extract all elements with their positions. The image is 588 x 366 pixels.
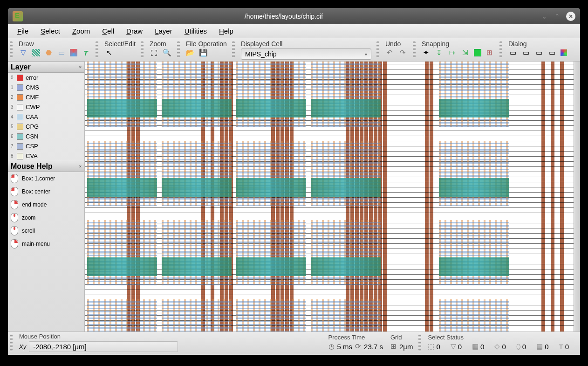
zoom-fit-icon[interactable]: ⛶ [150, 48, 159, 57]
dialog-3-icon[interactable]: ▭ [534, 48, 544, 57]
toolbar-grip[interactable] [376, 41, 379, 58]
zoom-magnify-icon[interactable]: 🔍 [163, 48, 172, 57]
menu-cell[interactable]: Cell [96, 25, 120, 37]
menu-bar: File Select Zoom Cell Draw Layer Utiliti… [8, 24, 580, 38]
toolbar-select-group: Select/Edit ↖ [101, 39, 139, 60]
layer-index: 4 [11, 114, 14, 119]
layer-row[interactable]: 5CPG [8, 122, 84, 131]
displayed-cell-value: MIPS_chip [245, 50, 277, 58]
draw-misc-icon[interactable]: ▭ [57, 48, 66, 57]
layer-index: 3 [11, 104, 14, 110]
snap-2-icon[interactable]: ↧ [435, 48, 444, 57]
snap-6-icon[interactable]: ⊞ [485, 48, 494, 57]
layer-row[interactable]: 1CMS [8, 83, 84, 92]
mousehelp-label: main-menu [22, 241, 50, 247]
snap-5-icon[interactable] [474, 49, 481, 56]
layer-row[interactable]: 3CWP [8, 102, 84, 112]
layer-list: 0error1CMS2CMF3CWP4CAA5CPG6CSN7CSP8CVA [8, 73, 84, 161]
layer-panel-title: Layer × [8, 62, 84, 73]
mousehelp-label: zoom [22, 214, 35, 221]
layer-swatch-icon [17, 143, 23, 150]
mouse-icon [11, 239, 18, 249]
menu-zoom[interactable]: Zoom [67, 25, 96, 37]
toolbar-grip[interactable] [10, 41, 13, 58]
layer-swatch-icon [17, 84, 23, 91]
select-type-icon: ▤ [536, 342, 543, 351]
dialog-4-icon[interactable]: ▭ [547, 48, 557, 57]
main-body: Layer × 0error1CMS2CMF3CWP4CAA5CPG6CSN7C… [8, 62, 580, 331]
toolbar-dialog-group: Dialog ▭ ▭ ▭ ▭ [505, 39, 570, 60]
status-select: Select Status ⬚0▽0▦0◇0⬯0▤0T0 [426, 332, 578, 353]
menu-help[interactable]: Help [213, 25, 239, 37]
status-grip[interactable] [10, 334, 13, 351]
menu-draw[interactable]: Draw [121, 25, 148, 37]
dialog-5-icon[interactable] [561, 49, 567, 56]
snap-3-icon[interactable]: ↦ [448, 48, 457, 57]
file-save-icon[interactable]: 💾 [199, 48, 208, 57]
dialog-1-icon[interactable]: ▭ [508, 48, 518, 57]
snap-1-icon[interactable]: ✦ [422, 48, 431, 57]
layer-name: CSN [26, 133, 38, 140]
select-count: T0 [559, 343, 569, 351]
layer-index: 8 [11, 153, 14, 159]
process-time-value-2: 23.7 s [364, 343, 383, 351]
menu-layer[interactable]: Layer [149, 25, 178, 37]
mousehelp-panel-close-icon[interactable]: × [79, 164, 82, 169]
mouse-icon [11, 226, 18, 235]
layer-index: 7 [11, 144, 14, 149]
close-button[interactable]: × [566, 12, 575, 21]
layer-row[interactable]: 0error [8, 73, 84, 83]
menu-file[interactable]: File [12, 25, 34, 37]
redo-icon[interactable]: ↷ [398, 48, 408, 57]
status-bar: Mouse Position Xy -2080,-2180 [µm] Proce… [8, 331, 580, 355]
menu-select[interactable]: Select [35, 25, 66, 37]
snap-4-icon[interactable]: ⇲ [461, 48, 470, 57]
clock2-icon: ⟳ [355, 342, 361, 351]
layer-swatch-icon [17, 104, 23, 110]
mouse-icon [11, 213, 18, 222]
mousehelp-label: Box: 1.corner [22, 175, 55, 182]
draw-grid-icon[interactable] [70, 49, 77, 56]
maximize-button[interactable]: ⌃ [553, 12, 561, 21]
layer-row[interactable]: 2CMF [8, 92, 84, 102]
displayed-cell-combo[interactable]: MIPS_chip ▾ [241, 48, 371, 60]
draw-text-icon[interactable]: T [81, 48, 90, 57]
vertical-scrollbar[interactable] [574, 62, 580, 331]
mousehelp-row: zoom [8, 211, 84, 224]
layer-panel-close-icon[interactable]: × [79, 65, 82, 69]
layer-row[interactable]: 4CAA [8, 112, 84, 122]
status-grip[interactable] [418, 334, 421, 351]
chevron-down-icon: ▾ [365, 52, 367, 57]
toolbar-grip[interactable] [141, 41, 144, 58]
mouse-icon [11, 174, 18, 183]
draw-hatch-icon[interactable] [32, 49, 40, 56]
draw-poly-icon[interactable]: ⬣ [44, 48, 53, 57]
clock-icon: ◷ [328, 342, 335, 351]
toolbar-grip[interactable] [499, 41, 502, 58]
layer-index: 0 [11, 75, 14, 80]
minimize-button[interactable]: ⌄ [540, 12, 548, 21]
file-open-icon[interactable]: 📂 [186, 48, 195, 57]
undo-icon[interactable]: ↶ [385, 48, 395, 57]
titlebar[interactable]: /home/thies/layouts/chip.cif ⌄ ⌃ × [8, 8, 580, 24]
select-type-icon: ⬚ [428, 342, 434, 351]
layer-name: CWP [26, 104, 40, 110]
dialog-2-icon[interactable]: ▭ [521, 48, 531, 57]
toolbar-grip[interactable] [177, 41, 180, 58]
toolbar-grip[interactable] [232, 41, 235, 58]
select-type-icon: ◇ [494, 342, 500, 351]
draw-tri-icon[interactable]: ▽ [19, 48, 28, 57]
layer-row[interactable]: 7CSP [8, 141, 84, 151]
toolbar-cell-label: Displayed Cell [241, 40, 371, 48]
menu-utilities[interactable]: Utilities [179, 25, 212, 37]
layer-row[interactable]: 6CSN [8, 131, 84, 141]
toolbar-grip[interactable] [96, 41, 98, 58]
layout-canvas[interactable] [85, 62, 574, 331]
layer-row[interactable]: 8CVA [8, 151, 84, 161]
mousehelp-row: Box: center [8, 185, 84, 198]
select-cursor-icon[interactable]: ↖ [104, 48, 114, 57]
layer-index: 1 [11, 85, 14, 90]
toolbar-grip[interactable] [413, 41, 416, 58]
layer-name: CPG [26, 123, 39, 130]
toolbar: Draw ▽ ⬣ ▭ T Select/Edit ↖ Zoom ⛶ 🔍 [8, 38, 580, 62]
